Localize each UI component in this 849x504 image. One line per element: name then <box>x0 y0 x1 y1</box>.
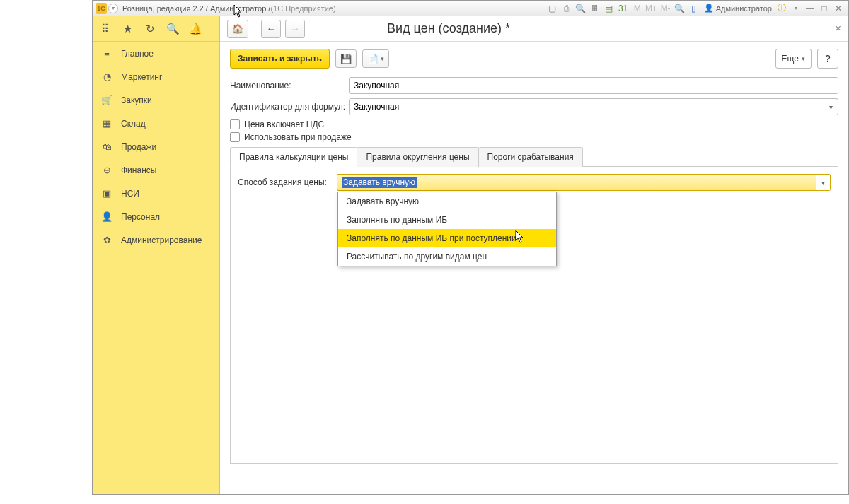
identifier-label: Идентификатор для формул: <box>230 102 349 112</box>
window-title: Розница, редакция 2.2 / Администратор / <box>122 4 270 13</box>
body: ⠿ ★ ↻ 🔍 🔔 ≡Главное ◔Маркетинг 🛒Закупки ▦… <box>93 16 848 494</box>
bell-icon[interactable]: 🔔 <box>189 23 202 35</box>
history-icon[interactable]: ↻ <box>144 23 156 35</box>
window-restore-icon[interactable]: □ <box>818 2 831 15</box>
person-icon: 👤 <box>101 211 112 222</box>
sidebar-item-label: Главное <box>121 49 154 59</box>
vat-checkbox[interactable] <box>230 119 240 129</box>
sidebar-item-label: Закупки <box>121 95 152 105</box>
method-select[interactable]: Задавать вручную ▾ Задавать вручную Запо… <box>337 174 831 191</box>
method-option[interactable]: Задавать вручную <box>338 192 556 211</box>
use-sale-checkbox[interactable] <box>230 132 240 142</box>
row-vat: Цена включает НДС <box>230 119 838 129</box>
tb-mplus-icon[interactable]: M+ <box>645 2 658 15</box>
tab-calc-rules[interactable]: Правила калькуляции цены <box>230 147 357 167</box>
tabs: Правила калькуляции цены Правила округле… <box>230 146 838 167</box>
nav-forward-button[interactable]: → <box>285 20 305 38</box>
row-method: Способ задания цены: Задавать вручную ▾ … <box>238 174 831 191</box>
tb-m-icon[interactable]: M <box>631 2 644 15</box>
sidebar-item-marketing[interactable]: ◔Маркетинг <box>93 65 219 88</box>
content: Записать и закрыть 💾 📄▾ Еще▾ ? Наименова… <box>220 42 848 494</box>
sidebar-item-label: Маркетинг <box>121 72 162 82</box>
sidebar-item-label: Администрирование <box>121 235 202 245</box>
tb-favorite-icon[interactable]: ▢ <box>546 2 559 15</box>
name-input[interactable] <box>349 77 838 94</box>
navbar: 🏠 ← → Вид цен (создание) * × <box>220 16 848 42</box>
command-bar: Записать и закрыть 💾 📄▾ Еще▾ ? <box>230 49 838 69</box>
tab-thresholds[interactable]: Пороги срабатывания <box>478 147 583 167</box>
tb-calc-icon[interactable]: 🖩 <box>589 2 601 15</box>
window-close-icon[interactable]: ✕ <box>832 2 845 15</box>
grid-icon: ▦ <box>101 118 112 129</box>
identifier-field[interactable] <box>350 99 824 115</box>
save-close-button[interactable]: Записать и закрыть <box>230 49 330 69</box>
bag-icon: 🛍 <box>101 141 112 152</box>
tab-body: Способ задания цены: Задавать вручную ▾ … <box>230 167 838 464</box>
sidebar-item-label: Продажи <box>121 142 156 152</box>
sidebar-item-purchases[interactable]: 🛒Закупки <box>93 88 219 112</box>
use-sale-label: Использовать при продаже <box>244 132 352 142</box>
sidebar-item-warehouse[interactable]: ▦Склад <box>93 112 219 135</box>
sidebar-item-label: Персонал <box>121 212 160 222</box>
apps-icon[interactable]: ⠿ <box>98 23 111 35</box>
coin-icon: ⊖ <box>101 165 112 175</box>
window-minimize-icon[interactable]: — <box>804 2 816 15</box>
chevron-down-icon[interactable]: ▾ <box>824 99 838 115</box>
tab-rounding-rules[interactable]: Правила округления цены <box>357 147 478 167</box>
identifier-input[interactable]: ▾ <box>349 98 838 115</box>
method-dropdown: Задавать вручную Заполнять по данным ИБ … <box>337 192 557 266</box>
sidebar: ⠿ ★ ↻ 🔍 🔔 ≡Главное ◔Маркетинг 🛒Закупки ▦… <box>93 16 220 494</box>
chevron-down-icon[interactable]: ▾ <box>816 175 830 190</box>
search-icon[interactable]: 🔍 <box>166 23 179 35</box>
row-name: Наименование: <box>230 77 838 94</box>
method-option[interactable]: Заполнять по данным ИБ <box>338 211 556 229</box>
cards-icon: ▣ <box>101 188 112 199</box>
tb-print-icon[interactable]: ⎙ <box>560 2 573 15</box>
close-tab-icon[interactable]: × <box>835 22 841 34</box>
home-button[interactable]: 🏠 <box>227 20 248 38</box>
tb-info-drop-icon[interactable]: ▾ <box>790 2 802 15</box>
tb-mminus-icon[interactable]: M- <box>659 2 672 15</box>
row-identifier: Идентификатор для формул: ▾ <box>230 98 838 115</box>
actions-button[interactable]: 📄▾ <box>362 49 389 68</box>
current-user[interactable]: 👤Администратор <box>704 4 772 13</box>
pie-icon: ◔ <box>101 71 112 82</box>
tb-info-icon[interactable]: ⓘ <box>775 2 788 15</box>
app-menu-dropdown-icon[interactable]: ▾ <box>108 4 118 13</box>
sidebar-item-nsi[interactable]: ▣НСИ <box>93 182 219 205</box>
sidebar-item-personnel[interactable]: 👤Персонал <box>93 205 219 228</box>
sidebar-item-finance[interactable]: ⊖Финансы <box>93 158 219 182</box>
tb-link-icon[interactable]: 🔍 <box>574 2 587 15</box>
method-option[interactable]: Заполнять по данным ИБ при поступлении <box>338 229 556 247</box>
star-icon[interactable]: ★ <box>121 23 134 35</box>
name-label: Наименование: <box>230 81 349 90</box>
window-subtitle: (1С:Предприятие) <box>270 4 335 13</box>
tb-panels-icon[interactable]: ▯ <box>688 2 700 15</box>
nav-back-button[interactable]: ← <box>261 20 281 38</box>
app-window: 1C ▾ Розница, редакция 2.2 / Администрат… <box>92 0 849 495</box>
help-button[interactable]: ? <box>817 49 838 69</box>
tb-date-icon[interactable]: 31 <box>617 2 630 15</box>
more-button[interactable]: Еще▾ <box>775 49 812 69</box>
method-selected-value: Задавать вручную <box>342 177 417 188</box>
sidebar-toolbar: ⠿ ★ ↻ 🔍 🔔 <box>93 16 219 42</box>
titlebar: 1C ▾ Розница, редакция 2.2 / Администрат… <box>93 1 848 16</box>
vat-label: Цена включает НДС <box>244 119 324 129</box>
gear-icon: ✿ <box>101 235 112 245</box>
tb-calendar-icon[interactable]: ▤ <box>603 2 616 15</box>
cursor-icon <box>515 230 525 243</box>
sidebar-item-main[interactable]: ≡Главное <box>93 42 219 65</box>
tb-zoom-icon[interactable]: 🔍 <box>674 2 686 15</box>
main: 🏠 ← → Вид цен (создание) * × Записать и … <box>220 16 848 494</box>
sidebar-item-label: НСИ <box>121 189 139 199</box>
sidebar-item-admin[interactable]: ✿Администрирование <box>93 228 219 252</box>
page-title: Вид цен (создание) * <box>387 21 510 36</box>
list-icon: ≡ <box>101 48 112 59</box>
cart-icon: 🛒 <box>101 95 112 105</box>
row-use-sale: Использовать при продаже <box>230 132 838 142</box>
method-option[interactable]: Рассчитывать по другим видам цен <box>338 247 556 266</box>
save-button[interactable]: 💾 <box>335 49 357 68</box>
sidebar-item-label: Склад <box>121 119 146 129</box>
sidebar-item-sales[interactable]: 🛍Продажи <box>93 135 219 158</box>
method-label: Способ задания цены: <box>238 177 337 187</box>
